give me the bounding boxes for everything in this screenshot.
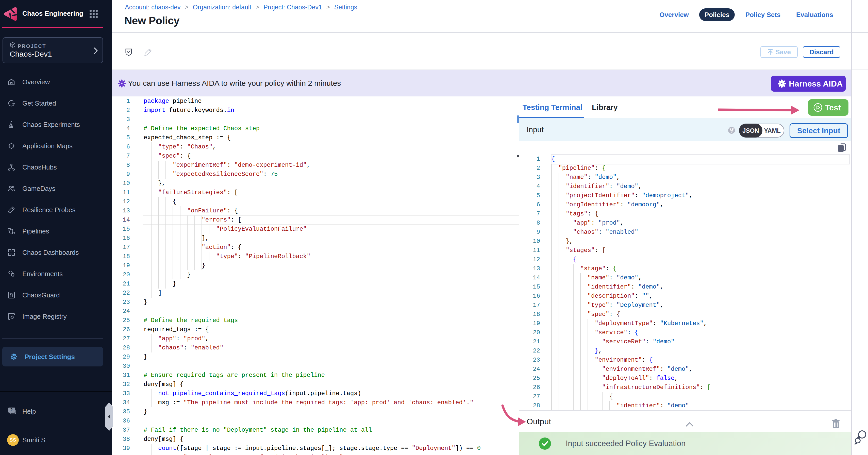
svg-text:?: ? bbox=[10, 408, 13, 412]
